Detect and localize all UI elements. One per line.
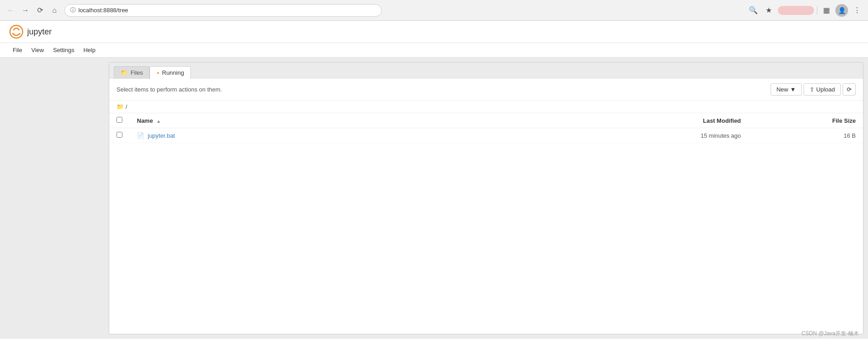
toolbar: Select items to perform actions on them.…	[109, 79, 863, 101]
content-panel: 📁 Files ● Running Select items to perfor…	[109, 62, 863, 334]
breadcrumb-path: /	[126, 103, 127, 110]
file-name-link[interactable]: jupyter.bat	[148, 132, 175, 139]
breadcrumb-folder-icon: 📁	[116, 103, 124, 110]
file-modified-text: 15 minutes ago	[701, 132, 741, 139]
profile-avatar[interactable]: 👤	[835, 4, 848, 17]
tab-running-label: Running	[162, 69, 184, 76]
bookmark-button[interactable]: ★	[762, 4, 775, 17]
upload-button-label: Upload	[816, 86, 835, 93]
left-sidebar	[0, 58, 104, 339]
toolbar-right: New ▼ ⇧ Upload ⟳	[771, 83, 856, 96]
header-size-label: File Size	[832, 117, 856, 124]
back-button[interactable]: ←	[5, 4, 17, 17]
jupyter-logo-text: jupyter	[27, 27, 52, 37]
jupyter-header: jupyter	[0, 21, 868, 43]
header-modified-label: Last Modified	[703, 117, 741, 124]
file-type-icon: 📄	[137, 132, 144, 139]
home-button[interactable]: ⌂	[48, 4, 61, 17]
reload-button[interactable]: ⟳	[34, 4, 46, 17]
profile-area-blurred	[778, 6, 814, 15]
new-button-label: New	[776, 86, 788, 93]
watermark: CSDN @Java开发-楠木	[801, 330, 859, 337]
browser-chrome: ← → ⟳ ⌂ ⓘ localhost:8888/tree 🔍 ★ ▦ 👤 ⋮	[0, 0, 868, 21]
extensions-button[interactable]: ▦	[820, 4, 833, 17]
file-size-cell: 16 B	[750, 128, 863, 143]
menu-settings[interactable]: Settings	[49, 45, 78, 55]
jupyter-logo[interactable]: jupyter	[9, 24, 52, 39]
menu-file[interactable]: File	[9, 45, 26, 55]
upload-icon: ⇧	[810, 86, 815, 93]
new-button[interactable]: New ▼	[771, 83, 802, 96]
header-modified[interactable]: Last Modified	[582, 113, 750, 128]
refresh-button[interactable]: ⟳	[843, 83, 856, 96]
menu-help[interactable]: Help	[80, 45, 99, 55]
header-name-label: Name	[137, 117, 153, 124]
address-bar[interactable]: ⓘ localhost:8888/tree	[64, 4, 382, 17]
header-size[interactable]: File Size	[750, 113, 863, 128]
url-text: localhost:8888/tree	[78, 7, 376, 14]
main-content: 📁 Files ● Running Select items to perfor…	[0, 58, 868, 339]
file-modified-cell: 15 minutes ago	[582, 128, 750, 143]
file-table: Name ▲ Last Modified File Size	[109, 113, 863, 143]
select-all-checkbox[interactable]	[116, 117, 122, 123]
upload-button[interactable]: ⇧ Upload	[804, 83, 841, 96]
toolbar-select-text: Select items to perform actions on them.	[116, 86, 222, 93]
svg-point-0	[10, 25, 23, 38]
tab-files[interactable]: 📁 Files	[114, 66, 150, 79]
jupyter-logo-icon	[9, 24, 24, 39]
refresh-icon: ⟳	[847, 86, 852, 93]
folder-icon: 📁	[121, 69, 128, 76]
file-checkbox[interactable]	[116, 132, 122, 138]
file-checkbox-cell	[109, 128, 130, 143]
file-size-text: 16 B	[844, 132, 856, 139]
tabs-bar: 📁 Files ● Running	[109, 63, 863, 79]
header-name[interactable]: Name ▲	[130, 113, 582, 128]
dropdown-arrow-icon: ▼	[790, 86, 796, 93]
table-row: 📄 jupyter.bat 15 minutes ago 16 B	[109, 128, 863, 143]
running-icon: ●	[156, 70, 159, 75]
security-icon: ⓘ	[70, 6, 76, 14]
header-checkbox-col	[109, 113, 130, 128]
menu-bar: File View Settings Help	[0, 43, 868, 58]
sort-arrow-icon: ▲	[156, 119, 161, 124]
table-header-row: Name ▲ Last Modified File Size	[109, 113, 863, 128]
jupyter-app: jupyter File View Settings Help 📁 Files …	[0, 21, 868, 342]
forward-button[interactable]: →	[19, 4, 32, 17]
chrome-right: 🔍 ★ ▦ 👤 ⋮	[747, 4, 863, 17]
file-name-cell: 📄 jupyter.bat	[130, 128, 582, 143]
menu-view[interactable]: View	[28, 45, 48, 55]
breadcrumb: 📁 /	[109, 101, 863, 113]
search-button[interactable]: 🔍	[747, 4, 760, 17]
tab-files-label: Files	[131, 69, 143, 76]
nav-buttons: ← → ⟳ ⌂	[5, 4, 61, 17]
menu-button[interactable]: ⋮	[851, 4, 863, 17]
tab-running[interactable]: ● Running	[150, 66, 190, 79]
chrome-divider	[817, 6, 817, 15]
